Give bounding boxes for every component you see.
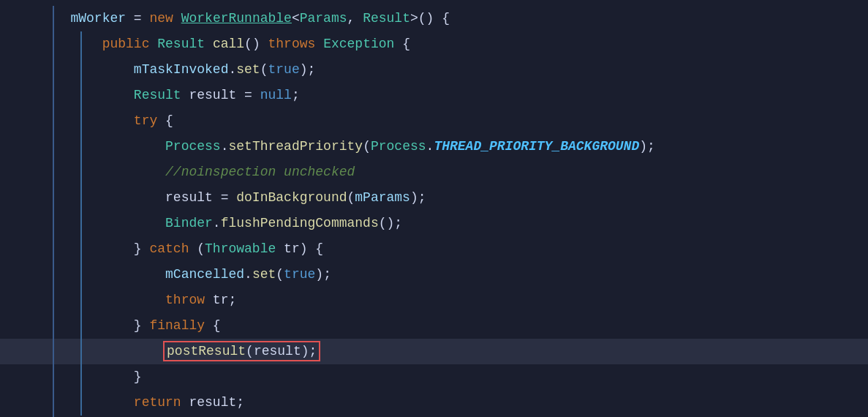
code-line-16: return result; bbox=[0, 390, 868, 416]
highlighted-expression: postResult(result); bbox=[165, 343, 318, 359]
line-17-content: } bbox=[7, 390, 110, 417]
code-lines: mWorker = new WorkerRunnable<Params, Res… bbox=[0, 0, 868, 417]
code-editor: mWorker = new WorkerRunnable<Params, Res… bbox=[0, 0, 868, 417]
